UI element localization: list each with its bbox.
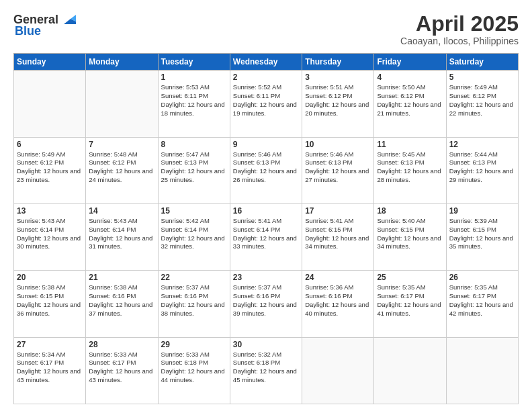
day-number: 7 <box>89 140 154 149</box>
calendar-cell: 5Sunrise: 5:49 AMSunset: 6:12 PMDaylight… <box>446 71 518 137</box>
day-info: Sunrise: 5:49 AMSunset: 6:12 PMDaylight:… <box>449 83 515 118</box>
day-info: Sunrise: 5:44 AMSunset: 6:13 PMDaylight:… <box>449 150 515 185</box>
day-info: Sunrise: 5:35 AMSunset: 6:17 PMDaylight:… <box>377 283 443 318</box>
calendar-cell: 22Sunrise: 5:37 AMSunset: 6:16 PMDayligh… <box>158 271 230 337</box>
day-number: 21 <box>89 273 154 282</box>
calendar-cell: 3Sunrise: 5:51 AMSunset: 6:12 PMDaylight… <box>302 71 374 137</box>
day-number: 6 <box>17 140 83 149</box>
calendar-title: April 2025 <box>400 12 519 36</box>
weekday-header-friday: Friday <box>374 54 446 71</box>
calendar-cell: 11Sunrise: 5:45 AMSunset: 6:13 PMDayligh… <box>374 137 446 203</box>
day-number: 15 <box>161 206 227 216</box>
day-number: 20 <box>17 273 83 282</box>
logo: General Blue <box>13 12 76 38</box>
calendar-cell: 27Sunrise: 5:34 AMSunset: 6:17 PMDayligh… <box>14 337 86 404</box>
day-number: 9 <box>233 140 299 149</box>
day-info: Sunrise: 5:33 AMSunset: 6:18 PMDaylight:… <box>161 351 227 385</box>
calendar-cell: 6Sunrise: 5:49 AMSunset: 6:12 PMDaylight… <box>14 137 86 203</box>
day-info: Sunrise: 5:46 AMSunset: 6:13 PMDaylight:… <box>233 150 299 185</box>
day-number: 30 <box>233 340 299 349</box>
header-right: April 2025 Caoayan, Ilocos, Philippines <box>400 12 519 46</box>
calendar-cell <box>302 337 374 404</box>
weekday-header-sunday: Sunday <box>14 54 86 71</box>
weekday-header-saturday: Saturday <box>446 54 518 71</box>
day-info: Sunrise: 5:43 AMSunset: 6:14 PMDaylight:… <box>89 217 154 251</box>
calendar-cell: 9Sunrise: 5:46 AMSunset: 6:13 PMDaylight… <box>230 137 302 203</box>
calendar-week-4: 27Sunrise: 5:34 AMSunset: 6:17 PMDayligh… <box>14 337 519 404</box>
day-info: Sunrise: 5:52 AMSunset: 6:11 PMDaylight:… <box>233 83 299 118</box>
day-info: Sunrise: 5:43 AMSunset: 6:14 PMDaylight:… <box>17 217 83 251</box>
day-info: Sunrise: 5:50 AMSunset: 6:12 PMDaylight:… <box>377 83 443 118</box>
day-info: Sunrise: 5:40 AMSunset: 6:15 PMDaylight:… <box>377 217 443 251</box>
calendar-cell: 17Sunrise: 5:41 AMSunset: 6:15 PMDayligh… <box>302 203 374 270</box>
calendar-cell: 1Sunrise: 5:53 AMSunset: 6:11 PMDaylight… <box>158 71 230 137</box>
day-info: Sunrise: 5:37 AMSunset: 6:16 PMDaylight:… <box>161 283 227 318</box>
calendar-cell: 4Sunrise: 5:50 AMSunset: 6:12 PMDaylight… <box>374 71 446 137</box>
calendar-cell: 24Sunrise: 5:36 AMSunset: 6:16 PMDayligh… <box>302 271 374 337</box>
weekday-header-wednesday: Wednesday <box>230 54 302 71</box>
day-info: Sunrise: 5:41 AMSunset: 6:15 PMDaylight:… <box>305 217 371 251</box>
day-number: 26 <box>449 273 515 282</box>
day-info: Sunrise: 5:47 AMSunset: 6:13 PMDaylight:… <box>161 150 227 185</box>
day-info: Sunrise: 5:36 AMSunset: 6:16 PMDaylight:… <box>305 283 371 318</box>
calendar-cell: 29Sunrise: 5:33 AMSunset: 6:18 PMDayligh… <box>158 337 230 404</box>
calendar-cell: 26Sunrise: 5:35 AMSunset: 6:17 PMDayligh… <box>446 271 518 337</box>
day-info: Sunrise: 5:48 AMSunset: 6:12 PMDaylight:… <box>89 150 154 185</box>
calendar-cell: 8Sunrise: 5:47 AMSunset: 6:13 PMDaylight… <box>158 137 230 203</box>
day-info: Sunrise: 5:38 AMSunset: 6:16 PMDaylight:… <box>89 283 154 318</box>
day-number: 1 <box>161 73 227 82</box>
day-number: 22 <box>161 273 227 282</box>
weekday-header-monday: Monday <box>86 54 158 71</box>
calendar-cell: 30Sunrise: 5:32 AMSunset: 6:18 PMDayligh… <box>230 337 302 404</box>
day-info: Sunrise: 5:33 AMSunset: 6:17 PMDaylight:… <box>89 351 154 385</box>
calendar-cell: 14Sunrise: 5:43 AMSunset: 6:14 PMDayligh… <box>86 203 158 270</box>
calendar-cell: 21Sunrise: 5:38 AMSunset: 6:16 PMDayligh… <box>86 271 158 337</box>
weekday-header-thursday: Thursday <box>302 54 374 71</box>
calendar-cell: 13Sunrise: 5:43 AMSunset: 6:14 PMDayligh… <box>14 203 86 270</box>
day-number: 8 <box>161 140 227 149</box>
day-info: Sunrise: 5:35 AMSunset: 6:17 PMDaylight:… <box>449 283 515 318</box>
day-number: 17 <box>305 206 371 216</box>
day-info: Sunrise: 5:53 AMSunset: 6:11 PMDaylight:… <box>161 83 227 118</box>
calendar-cell: 2Sunrise: 5:52 AMSunset: 6:11 PMDaylight… <box>230 71 302 137</box>
day-number: 14 <box>89 206 154 216</box>
day-number: 18 <box>377 206 443 216</box>
day-info: Sunrise: 5:45 AMSunset: 6:13 PMDaylight:… <box>377 150 443 185</box>
day-number: 16 <box>233 206 299 216</box>
day-info: Sunrise: 5:49 AMSunset: 6:12 PMDaylight:… <box>17 150 83 185</box>
weekday-header-row: SundayMondayTuesdayWednesdayThursdayFrid… <box>14 54 519 71</box>
day-number: 24 <box>305 273 371 282</box>
calendar-cell: 28Sunrise: 5:33 AMSunset: 6:17 PMDayligh… <box>86 337 158 404</box>
day-number: 19 <box>449 206 515 216</box>
day-number: 28 <box>89 340 154 349</box>
calendar-cell: 15Sunrise: 5:42 AMSunset: 6:14 PMDayligh… <box>158 203 230 270</box>
day-info: Sunrise: 5:42 AMSunset: 6:14 PMDaylight:… <box>161 217 227 251</box>
calendar-cell: 7Sunrise: 5:48 AMSunset: 6:12 PMDaylight… <box>86 137 158 203</box>
calendar-cell: 20Sunrise: 5:38 AMSunset: 6:15 PMDayligh… <box>14 271 86 337</box>
day-info: Sunrise: 5:46 AMSunset: 6:13 PMDaylight:… <box>305 150 371 185</box>
logo-icon <box>61 12 76 27</box>
calendar-cell: 25Sunrise: 5:35 AMSunset: 6:17 PMDayligh… <box>374 271 446 337</box>
day-number: 12 <box>449 140 515 149</box>
calendar-cell <box>86 71 158 137</box>
calendar-cell: 23Sunrise: 5:37 AMSunset: 6:16 PMDayligh… <box>230 271 302 337</box>
calendar-cell: 12Sunrise: 5:44 AMSunset: 6:13 PMDayligh… <box>446 137 518 203</box>
day-info: Sunrise: 5:39 AMSunset: 6:15 PMDaylight:… <box>449 217 515 251</box>
calendar-week-1: 6Sunrise: 5:49 AMSunset: 6:12 PMDaylight… <box>14 137 519 203</box>
header: General Blue April 2025 Caoayan, Ilocos,… <box>13 12 519 46</box>
calendar-cell: 19Sunrise: 5:39 AMSunset: 6:15 PMDayligh… <box>446 203 518 270</box>
day-number: 23 <box>233 273 299 282</box>
calendar-week-3: 20Sunrise: 5:38 AMSunset: 6:15 PMDayligh… <box>14 271 519 337</box>
day-info: Sunrise: 5:38 AMSunset: 6:15 PMDaylight:… <box>17 283 83 318</box>
day-number: 11 <box>377 140 443 149</box>
day-number: 4 <box>377 73 443 82</box>
day-number: 3 <box>305 73 371 82</box>
day-number: 27 <box>17 340 83 349</box>
calendar-table: SundayMondayTuesdayWednesdayThursdayFrid… <box>13 53 519 404</box>
day-info: Sunrise: 5:34 AMSunset: 6:17 PMDaylight:… <box>17 351 83 385</box>
calendar-cell <box>446 337 518 404</box>
calendar-week-0: 1Sunrise: 5:53 AMSunset: 6:11 PMDaylight… <box>14 71 519 137</box>
logo-blue: Blue <box>15 24 41 38</box>
day-number: 29 <box>161 340 227 349</box>
calendar-subtitle: Caoayan, Ilocos, Philippines <box>400 36 519 46</box>
